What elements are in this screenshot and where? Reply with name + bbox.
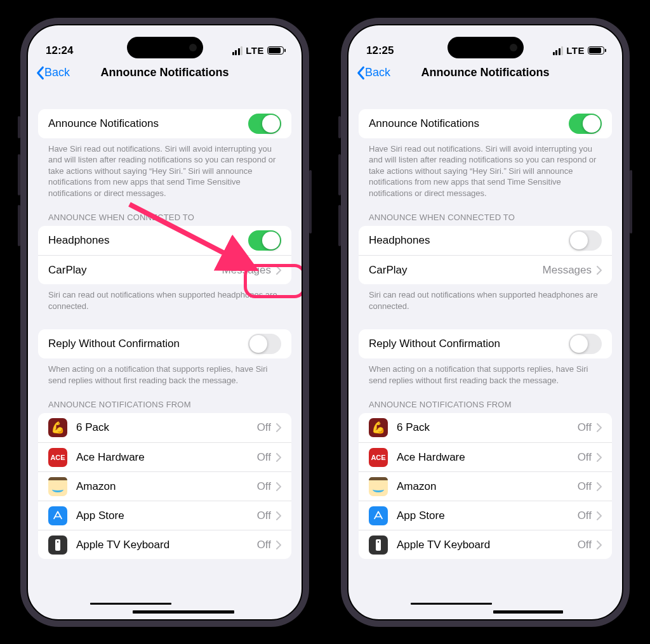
connected-footer: Siri can read out notifications when sup… — [38, 284, 291, 312]
master-footer: Have Siri read out notifications. Siri w… — [38, 138, 291, 199]
app-status: Off — [578, 421, 592, 434]
headphones-row[interactable]: Headphones — [359, 226, 612, 255]
app-status: Off — [257, 480, 271, 493]
reply-toggle[interactable] — [248, 334, 281, 354]
carplay-row[interactable]: CarPlay Messages — [359, 255, 612, 284]
connected-header: ANNOUNCE WHEN CONNECTED TO — [359, 199, 612, 226]
svg-point-5 — [378, 541, 379, 542]
carplay-row[interactable]: CarPlay Messages — [38, 255, 291, 284]
app-icon — [48, 506, 67, 525]
row-label: Announce Notifications — [48, 117, 248, 130]
chevron-left-icon — [36, 66, 44, 80]
svg-rect-0 — [55, 539, 60, 551]
app-name: Ace Hardware — [397, 451, 578, 464]
back-label: Back — [365, 66, 390, 79]
app-status: Off — [257, 509, 271, 522]
connected-header: ANNOUNCE WHEN CONNECTED TO — [38, 199, 291, 226]
redaction-bar — [133, 610, 234, 614]
app-icon: ACE — [48, 448, 67, 467]
battery-icon — [588, 46, 604, 55]
app-status: Off — [578, 451, 592, 464]
settings-content[interactable]: Announce Notifications Have Siri read ou… — [28, 91, 302, 619]
chevron-right-icon — [276, 453, 281, 462]
row-label: CarPlay — [369, 264, 543, 277]
chevron-right-icon — [597, 541, 602, 549]
app-icon: 💪 — [369, 418, 388, 437]
redaction-bar — [411, 603, 492, 605]
app-icon — [48, 477, 67, 496]
app-row[interactable]: Apple TV Keyboard Off — [38, 530, 291, 559]
signal-icon — [553, 46, 564, 55]
row-label: Reply Without Confirmation — [369, 338, 569, 350]
app-icon — [48, 536, 67, 555]
app-row[interactable]: Apple TV Keyboard Off — [359, 530, 612, 559]
headphones-toggle[interactable] — [248, 230, 281, 251]
app-icon — [369, 477, 388, 496]
dynamic-island — [448, 37, 524, 58]
reply-toggle[interactable] — [569, 334, 602, 354]
chevron-right-icon — [276, 423, 281, 432]
network-label: LTE — [566, 45, 585, 56]
volume-down-button — [18, 205, 20, 246]
row-label: CarPlay — [48, 264, 222, 277]
app-name: Amazon — [397, 480, 578, 493]
svg-point-1 — [57, 541, 58, 542]
chevron-left-icon — [356, 66, 365, 80]
power-button — [630, 170, 632, 233]
app-row[interactable]: ACE Ace Hardware Off — [359, 442, 612, 471]
headphones-toggle[interactable] — [569, 230, 602, 251]
phone-right: 12:25 LTE Back Announce Notifications An… — [341, 18, 630, 627]
app-row[interactable]: Amazon Off — [38, 471, 291, 501]
battery-icon — [267, 46, 284, 55]
app-row[interactable]: 💪 6 Pack Off — [38, 413, 291, 442]
signal-icon — [232, 46, 243, 55]
app-row[interactable]: ACE Ace Hardware Off — [38, 442, 291, 471]
phone-left: 12:24 LTE Back Announce Notifications An… — [20, 18, 309, 627]
app-name: Apple TV Keyboard — [76, 539, 257, 551]
app-name: App Store — [397, 509, 578, 522]
app-name: Ace Hardware — [76, 451, 257, 464]
connected-footer: Siri can read out notifications when sup… — [359, 284, 612, 312]
back-label: Back — [44, 66, 70, 79]
headphones-row[interactable]: Headphones — [38, 226, 291, 255]
group-connected: Headphones CarPlay Messages — [359, 226, 612, 284]
app-row[interactable]: Amazon Off — [359, 471, 612, 501]
app-row[interactable]: App Store Off — [359, 501, 612, 530]
app-name: 6 Pack — [397, 421, 578, 434]
chevron-right-icon — [276, 541, 281, 549]
group-reply: Reply Without Confirmation — [359, 329, 612, 358]
announce-notifications-row[interactable]: Announce Notifications — [359, 109, 612, 138]
announce-notifications-toggle[interactable] — [248, 114, 281, 134]
row-label: Headphones — [48, 234, 248, 247]
app-row[interactable]: 💪 6 Pack Off — [359, 413, 612, 442]
nav-bar: Back Announce Notifications — [28, 62, 302, 86]
chevron-right-icon — [276, 511, 281, 520]
back-button[interactable]: Back — [356, 66, 390, 80]
chevron-right-icon — [597, 266, 602, 275]
group-connected: Headphones CarPlay Messages — [38, 226, 291, 284]
svg-rect-4 — [376, 539, 381, 551]
reply-row[interactable]: Reply Without Confirmation — [38, 329, 291, 358]
app-icon — [369, 506, 388, 525]
side-button — [338, 116, 341, 138]
app-icon — [369, 536, 388, 555]
app-name: App Store — [76, 509, 257, 522]
app-status: Off — [578, 509, 592, 522]
row-label: Announce Notifications — [369, 117, 569, 130]
app-name: Apple TV Keyboard — [397, 539, 578, 551]
apps-header: ANNOUNCE NOTIFICATIONS FROM — [359, 386, 612, 413]
announce-notifications-toggle[interactable] — [569, 114, 602, 134]
app-status: Off — [257, 451, 271, 464]
group-apps: 💪 6 Pack Off ACE Ace Hardware Off Amazon… — [359, 413, 612, 559]
reply-footer: When acting on a notification that suppo… — [359, 358, 612, 386]
app-name: Amazon — [76, 480, 257, 493]
reply-row[interactable]: Reply Without Confirmation — [359, 329, 612, 358]
settings-content[interactable]: Announce Notifications Have Siri read ou… — [348, 91, 622, 619]
back-button[interactable]: Back — [36, 66, 70, 80]
group-master: Announce Notifications — [359, 109, 612, 138]
app-icon: 💪 — [48, 418, 67, 437]
app-row[interactable]: App Store Off — [38, 501, 291, 530]
announce-notifications-row[interactable]: Announce Notifications — [38, 109, 291, 138]
status-time: 12:24 — [46, 44, 73, 57]
row-label: Headphones — [369, 234, 569, 247]
